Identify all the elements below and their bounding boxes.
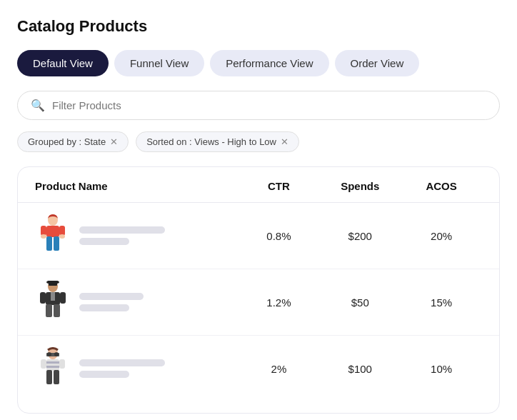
svg-rect-12 bbox=[51, 292, 55, 301]
person3-icon bbox=[36, 347, 69, 390]
col-spends: Spends bbox=[319, 180, 401, 192]
table-row: 1.2% $50 15% bbox=[18, 269, 499, 336]
ctr-value-3: 2% bbox=[239, 363, 320, 375]
ctr-value-2: 1.2% bbox=[239, 296, 320, 309]
skeleton-bar bbox=[79, 359, 165, 366]
acos-value-3: 10% bbox=[401, 363, 482, 375]
svg-rect-15 bbox=[40, 292, 46, 304]
filter-chips: Grouped by : State ✕ Sorted on : Views -… bbox=[17, 131, 500, 152]
filter-state-label: Grouped by : State bbox=[28, 136, 106, 147]
spends-value-3: $100 bbox=[319, 363, 401, 375]
skeleton-bar bbox=[79, 293, 144, 300]
tab-performance[interactable]: Performance View bbox=[210, 50, 328, 76]
search-bar: 🔍 bbox=[17, 91, 500, 120]
acos-value-2: 15% bbox=[401, 296, 482, 309]
ctr-value-1: 0.8% bbox=[239, 230, 320, 242]
product-skeleton-1 bbox=[79, 226, 165, 245]
svg-rect-27 bbox=[59, 359, 65, 369]
skeleton-bar bbox=[79, 304, 129, 311]
filter-views-remove[interactable]: ✕ bbox=[281, 136, 288, 147]
search-input[interactable] bbox=[52, 99, 486, 111]
filter-chip-state[interactable]: Grouped by : State ✕ bbox=[17, 131, 129, 152]
person1-icon bbox=[36, 214, 69, 257]
product-skeleton-3 bbox=[79, 359, 165, 378]
skeleton-bar bbox=[79, 226, 165, 234]
tab-order[interactable]: Order View bbox=[335, 50, 420, 76]
product-cell-2 bbox=[35, 281, 239, 324]
col-product-name: Product Name bbox=[35, 180, 239, 192]
tab-funnel[interactable]: Funnel View bbox=[114, 50, 204, 76]
svg-rect-2 bbox=[46, 236, 52, 251]
svg-point-7 bbox=[59, 234, 65, 239]
search-icon: 🔍 bbox=[31, 99, 45, 112]
svg-point-6 bbox=[41, 234, 46, 239]
products-table: Product Name CTR Spends ACOS bbox=[17, 166, 500, 414]
svg-point-19 bbox=[47, 352, 51, 356]
acos-value-1: 20% bbox=[401, 230, 482, 242]
person2-icon bbox=[36, 281, 69, 324]
table-header: Product Name CTR Spends ACOS bbox=[18, 167, 499, 203]
skeleton-bar bbox=[79, 238, 129, 245]
svg-rect-16 bbox=[60, 292, 66, 304]
product-skeleton-2 bbox=[79, 293, 144, 311]
svg-rect-21 bbox=[46, 359, 59, 371]
svg-rect-3 bbox=[54, 236, 59, 251]
svg-point-20 bbox=[54, 352, 59, 356]
svg-rect-5 bbox=[59, 226, 65, 236]
product-cell-3 bbox=[35, 347, 239, 390]
table-row: 0.8% $200 20% bbox=[18, 203, 499, 269]
svg-rect-14 bbox=[54, 304, 60, 317]
spends-value-2: $50 bbox=[319, 296, 401, 309]
col-acos: ACOS bbox=[401, 180, 482, 192]
skeleton-bar bbox=[79, 371, 129, 378]
tab-default[interactable]: Default View bbox=[17, 50, 109, 76]
svg-rect-1 bbox=[46, 226, 59, 237]
svg-rect-22 bbox=[46, 361, 59, 364]
page-title: Catalog Products bbox=[17, 17, 500, 36]
product-image-3 bbox=[35, 347, 71, 390]
svg-rect-24 bbox=[46, 370, 52, 384]
view-tabs: Default View Funnel View Performance Vie… bbox=[17, 50, 500, 76]
product-image-2 bbox=[35, 281, 71, 324]
filter-state-remove[interactable]: ✕ bbox=[110, 136, 118, 147]
col-ctr: CTR bbox=[239, 180, 320, 192]
product-cell-1 bbox=[35, 214, 239, 257]
svg-rect-4 bbox=[41, 226, 46, 236]
svg-rect-23 bbox=[46, 366, 59, 368]
product-image-1 bbox=[35, 214, 71, 257]
filter-views-label: Sorted on : Views - High to Low bbox=[146, 136, 276, 147]
svg-rect-13 bbox=[46, 304, 52, 317]
svg-rect-26 bbox=[41, 359, 46, 369]
svg-rect-25 bbox=[54, 370, 59, 384]
table-row: 2% $100 10% bbox=[18, 336, 499, 401]
svg-rect-10 bbox=[49, 282, 57, 286]
spends-value-1: $200 bbox=[319, 230, 401, 242]
filter-chip-views[interactable]: Sorted on : Views - High to Low ✕ bbox=[136, 131, 299, 152]
